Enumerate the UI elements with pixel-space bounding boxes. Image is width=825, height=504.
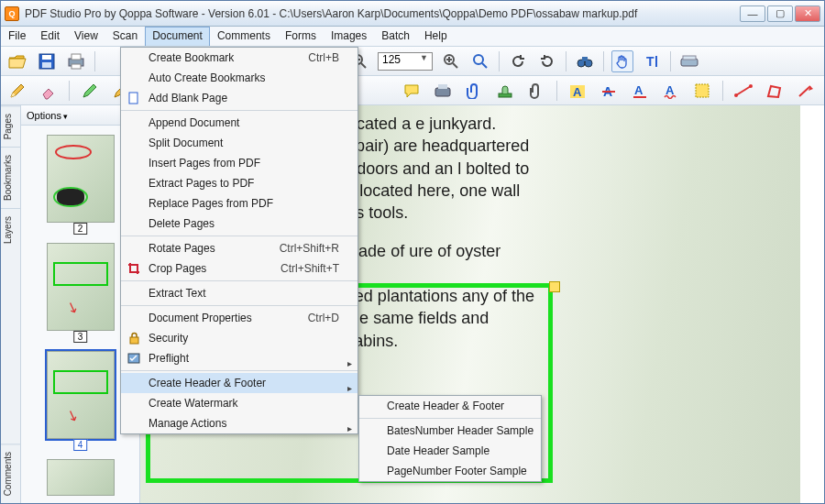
menu-item-split-document[interactable]: Split Document	[121, 133, 358, 153]
menu-item-auto-create-bookmarks[interactable]: Auto Create Bookmarks	[121, 68, 358, 88]
scanner-button[interactable]	[678, 50, 700, 72]
scanner-icon	[679, 53, 699, 70]
highlight-pencil-tool[interactable]	[79, 80, 101, 102]
menu-item-replace-pages[interactable]: Replace Pages from PDF	[121, 193, 358, 214]
open-button[interactable]	[6, 50, 28, 72]
svg-point-34	[734, 93, 738, 97]
menu-item-create-bookmark[interactable]: Create BookmarkCtrl+B	[121, 48, 358, 68]
crop-icon	[126, 261, 141, 276]
menu-item-add-blank-page[interactable]: Add Blank Page	[121, 88, 358, 108]
svg-rect-2	[42, 62, 51, 68]
menu-item-create-header-footer[interactable]: Create Header & Footer	[121, 373, 358, 393]
menu-item-append-document[interactable]: Append Document	[121, 113, 358, 133]
menu-file[interactable]: File	[1, 27, 33, 46]
menubar: File Edit View Scan Document Comments Fo…	[1, 27, 824, 47]
svg-point-13	[474, 55, 483, 64]
svg-rect-24	[499, 93, 512, 97]
tab-pages[interactable]: Pages	[1, 105, 20, 147]
line-tool[interactable]	[732, 80, 754, 102]
annotation-note-icon[interactable]	[549, 281, 560, 292]
strikeout-tool[interactable]: A	[598, 80, 620, 102]
eraser-tool[interactable]	[38, 80, 60, 102]
rotate-ccw-button[interactable]	[507, 50, 529, 72]
highlight-text-tool[interactable]: A	[566, 80, 588, 102]
maximize-button[interactable]: ▢	[767, 5, 793, 22]
pencil-tool[interactable]	[6, 80, 28, 102]
floppy-icon	[38, 52, 56, 71]
menu-item-extract-text[interactable]: Extract Text	[121, 283, 358, 303]
menu-separator	[121, 280, 358, 281]
page-thumbnail[interactable]: 2	[47, 135, 115, 223]
menu-edit[interactable]: Edit	[33, 27, 67, 46]
underline-tool[interactable]: A	[629, 80, 651, 102]
close-button[interactable]: ✕	[795, 5, 820, 22]
paperclip-icon	[466, 82, 482, 99]
zoom-mode-button[interactable]	[469, 50, 491, 72]
attachment-tool[interactable]	[463, 80, 485, 102]
menu-item-preflight[interactable]: Preflight	[121, 348, 358, 368]
submenu-item-pagenumber-sample[interactable]: PageNumber Footer Sample	[359, 461, 541, 481]
zoom-field[interactable]: 125▼	[378, 52, 433, 71]
toolbar-separator	[566, 51, 566, 71]
menu-comments[interactable]: Comments	[210, 27, 278, 46]
hand-tool-button[interactable]	[611, 50, 633, 72]
menu-images[interactable]: Images	[324, 27, 374, 46]
svg-line-10	[453, 63, 457, 68]
rotate-cw-button[interactable]	[536, 50, 558, 72]
rotate-cw-icon	[539, 53, 556, 70]
typewriter-tool[interactable]	[432, 80, 454, 102]
tab-bookmarks[interactable]: Bookmarks	[1, 147, 20, 208]
zoom-in-button[interactable]	[440, 50, 462, 72]
menu-batch[interactable]: Batch	[374, 27, 417, 46]
arrow-tool[interactable]	[795, 80, 817, 102]
menu-item-extract-pages[interactable]: Extract Pages to PDF	[121, 173, 358, 193]
toolbar-separator	[499, 51, 500, 71]
save-button[interactable]	[36, 50, 58, 72]
clip-tool[interactable]	[525, 80, 547, 102]
menu-item-delete-pages[interactable]: Delete Pages	[121, 214, 358, 234]
menu-document[interactable]: Document	[145, 27, 210, 46]
submenu-item-bates-sample[interactable]: BatesNumber Header Sample	[359, 421, 541, 441]
svg-line-14	[482, 63, 487, 68]
preflight-icon	[126, 351, 141, 366]
squiggly-tool[interactable]: A	[660, 80, 682, 102]
area-highlight-tool[interactable]	[691, 80, 713, 102]
lock-icon	[126, 331, 141, 345]
menu-item-manage-actions[interactable]: Manage Actions	[121, 413, 358, 433]
menu-item-security[interactable]: Security	[121, 328, 358, 348]
page-thumbnail[interactable]: ↘4	[47, 351, 115, 439]
note-tool[interactable]	[401, 80, 423, 102]
search-button[interactable]	[574, 50, 596, 72]
polygon-tool[interactable]	[764, 80, 786, 102]
hand-icon	[614, 53, 631, 70]
menu-item-create-watermark[interactable]: Create Watermark	[121, 393, 358, 413]
svg-line-7	[361, 63, 366, 68]
menu-item-insert-pages[interactable]: Insert Pages from PDF	[121, 153, 358, 173]
svg-rect-36	[129, 93, 138, 104]
stamp-tool[interactable]	[494, 80, 516, 102]
menu-view[interactable]: View	[67, 27, 105, 46]
menu-help[interactable]: Help	[417, 27, 455, 46]
paperclip2-icon	[528, 82, 544, 99]
document-menu: Create BookmarkCtrl+B Auto Create Bookma…	[120, 47, 358, 434]
submenu-item-create-header-footer[interactable]: Create Header & Footer	[359, 396, 541, 416]
menu-item-document-properties[interactable]: Document PropertiesCtrl+D	[121, 308, 358, 328]
submenu-item-date-sample[interactable]: Date Header Sample	[359, 441, 541, 461]
menu-item-rotate-pages[interactable]: Rotate PagesCtrl+Shift+R	[121, 238, 358, 258]
page-thumbnail[interactable]: ↘3	[47, 243, 115, 331]
menu-forms[interactable]: Forms	[278, 27, 324, 46]
text-select-button[interactable]: T	[641, 50, 663, 72]
svg-rect-17	[582, 57, 588, 61]
svg-text:T: T	[646, 54, 654, 69]
tab-comments[interactable]: Comments	[1, 444, 20, 503]
arrow-shape-icon	[797, 82, 815, 99]
page-thumbnail[interactable]	[47, 459, 115, 496]
text-cursor-icon: T	[644, 53, 660, 70]
menu-item-crop-pages[interactable]: Crop PagesCtrl+Shift+T	[121, 258, 358, 279]
tab-layers[interactable]: Layers	[1, 208, 20, 251]
menu-scan[interactable]: Scan	[105, 27, 145, 46]
minimize-button[interactable]: —	[740, 5, 765, 22]
window-title: PDF Studio Pro by Qoppa Software - Versi…	[25, 7, 740, 20]
print-button[interactable]	[65, 50, 87, 72]
svg-rect-37	[130, 337, 138, 344]
